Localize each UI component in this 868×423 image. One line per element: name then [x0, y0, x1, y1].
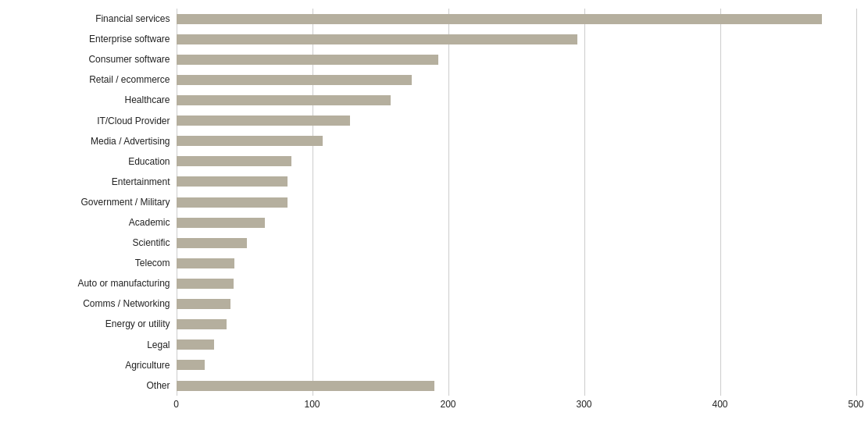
x-tick-label: 0 [173, 399, 179, 410]
x-tick-label: 100 [304, 399, 320, 410]
bar-row [177, 253, 856, 273]
bar [177, 156, 292, 166]
y-labels: Financial servicesEnterprise softwareCon… [13, 9, 177, 396]
bar [177, 360, 205, 370]
x-tick-label: 500 [848, 399, 863, 410]
bar-row [177, 192, 856, 212]
y-label: Legal [13, 340, 170, 350]
bar [177, 258, 235, 268]
y-label: Energy or utility [13, 319, 170, 329]
bar-row [177, 151, 856, 172]
chart-container: Financial servicesEnterprise softwareCon… [13, 9, 856, 414]
bar-row [177, 273, 856, 293]
bar-row [177, 49, 856, 69]
x-axis: 0100200300400500 [13, 399, 856, 414]
bar [177, 339, 215, 350]
bar [177, 299, 231, 309]
y-label: Media / Advertising [13, 137, 170, 146]
bar [177, 116, 351, 126]
bar [177, 34, 577, 44]
bar [177, 176, 288, 187]
y-label: Scientific [13, 238, 170, 247]
bar-row [177, 131, 856, 151]
x-tick-label: 200 [440, 399, 455, 410]
y-label: Consumer software [13, 55, 170, 64]
y-label: IT/Cloud Provider [13, 116, 170, 126]
x-tick-container: 0100200300400500 [177, 399, 856, 414]
bar [177, 279, 234, 289]
x-tick-label: 300 [576, 399, 591, 410]
y-label: Auto or manufacturing [13, 279, 170, 288]
y-label: Comms / Networking [13, 299, 170, 308]
bar [177, 218, 265, 228]
bar [177, 136, 323, 146]
bar-row [177, 29, 856, 49]
bar-row [177, 172, 856, 192]
bar [177, 238, 247, 248]
x-tick-label: 400 [712, 399, 727, 410]
y-label: Enterprise software [13, 34, 170, 44]
bar-row [177, 212, 856, 233]
y-label: Financial services [13, 14, 170, 23]
bar-row [177, 294, 856, 315]
grid-line [856, 9, 857, 396]
bar-row [177, 355, 856, 375]
bar-row [177, 375, 856, 396]
bar [177, 55, 439, 65]
bar-row [177, 9, 856, 29]
bar-row [177, 335, 856, 355]
y-label: Other [13, 381, 170, 390]
y-label: Agriculture [13, 361, 170, 370]
chart-area: Financial servicesEnterprise softwareCon… [13, 9, 856, 396]
y-label: Entertainment [13, 177, 170, 187]
bar-row [177, 111, 856, 131]
bar-row [177, 315, 856, 335]
bar-row [177, 69, 856, 90]
bar [177, 197, 288, 208]
bar-row [177, 90, 856, 110]
bar [177, 14, 823, 24]
y-label: Retail / ecommerce [13, 75, 170, 84]
bar [177, 319, 227, 329]
bar [177, 75, 412, 85]
y-label: Healthcare [13, 95, 170, 105]
y-label: Academic [13, 218, 170, 227]
y-label: Telecom [13, 258, 170, 268]
bars-and-grid [177, 9, 856, 396]
bar [177, 95, 391, 105]
bar-row [177, 233, 856, 253]
y-label: Education [13, 157, 170, 166]
y-label: Government / Military [13, 197, 170, 207]
bar [177, 381, 435, 391]
